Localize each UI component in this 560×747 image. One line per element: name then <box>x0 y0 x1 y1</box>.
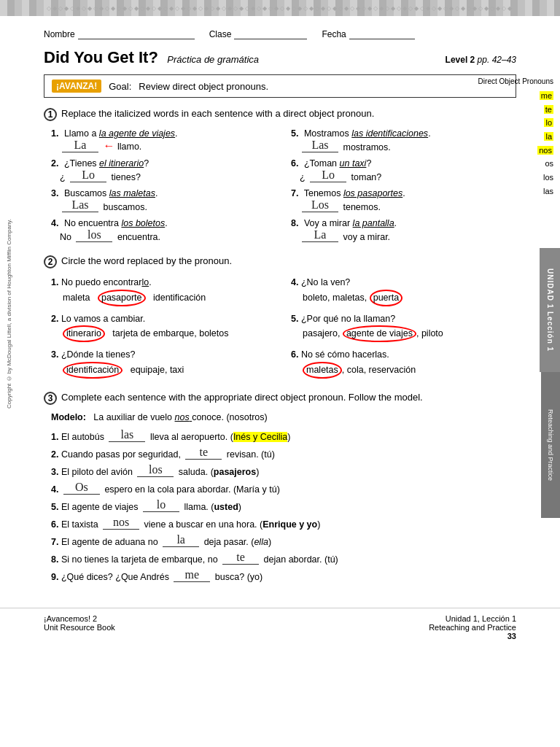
level-bold: Level 2 <box>446 55 475 65</box>
s1-4-answer: los <box>76 228 112 242</box>
section1-instruction: 1 Replace the italicized words in each s… <box>44 108 516 121</box>
s2-item-3: 3. ¿Dónde la tienes? identificación equi… <box>51 348 276 379</box>
s3-item-9: 9. ¿Qué dices? ¿Que Andrés me busca? (yo… <box>51 568 516 582</box>
s1-1-arrow: ← <box>103 139 114 152</box>
page: ◇◆◇◆◇◆◇◆◇◆◇◆◇◆◇◆◇◆◇◆◇◆◇◆◇◆◇◆◇◆◇◆◇◆◇◆◇◆◇◆… <box>0 0 560 747</box>
s2-3-circled: identificación <box>63 362 122 379</box>
top-border: ◇◆◇◆◇◆◇◆◇◆◇◆◇◆◇◆◇◆◇◆◇◆◇◆◇◆◇◆◇◆◇◆◇◆◇◆◇◆◇◆… <box>0 0 560 16</box>
unidad-tab: UNIDAD 1 Lección 1 <box>540 248 560 372</box>
s1-5-italic: las identificaciones <box>351 128 428 139</box>
s3-2-paren: tú <box>264 449 271 460</box>
modelo-answer: nos <box>175 412 192 422</box>
section3-instruction: 3 Complete each sentence with the approp… <box>44 392 516 405</box>
s3-2-answer: te <box>185 446 222 460</box>
s1-item-8: 8. Voy a mirar la pantalla. La voy a mir… <box>291 218 516 242</box>
s1-7-num: 7. <box>291 188 298 198</box>
fecha-field: Fecha <box>322 29 414 39</box>
s1-2-answer: Lo <box>70 169 106 182</box>
dop-lo: lo <box>478 116 553 130</box>
dop-header: Direct Object Pronouns me te lo la nos o… <box>478 75 553 198</box>
s1-8-italic: la pantalla <box>353 218 394 228</box>
s2-1-circled: pasaporte <box>98 290 146 306</box>
section2-circle: 2 <box>44 255 57 268</box>
s1-1-italic: la agente de viajes <box>99 128 175 139</box>
footer-section: Reteaching and Practice <box>429 623 516 632</box>
title-row: Did You Get It? Práctica de gramática Le… <box>44 48 516 67</box>
footer: ¡Avancemos! 2 Unit Resource Book Unidad … <box>0 608 560 646</box>
goal-label: Goal: <box>109 81 131 92</box>
dop-title: Direct Object Pronouns <box>478 75 553 88</box>
s2-2-circled: itinerario <box>63 325 105 342</box>
modelo-label: Modelo: <box>51 412 86 422</box>
s3-item-1: 1. El autobús las lleva al aeropuerto. (… <box>51 428 516 442</box>
s3-1-answer: las <box>109 428 145 442</box>
section2-grid: 1. No puedo encontrarlo. maleta pasaport… <box>51 276 516 384</box>
s3-8-answer: te <box>222 551 259 565</box>
s1-1-answer: La <box>62 139 98 152</box>
s3-9-answer: me <box>174 568 210 582</box>
s2-4-circled: puerta <box>370 290 402 306</box>
s3-7-paren: ella <box>254 537 268 547</box>
s3-item-7: 7. El agente de aduana no la deja pasar.… <box>51 533 516 547</box>
reteaching-tab-text: Reteaching and Practice <box>547 409 554 481</box>
footer-book-title: ¡Avancemos! 2 <box>44 614 115 623</box>
s1-5-num: 5. <box>291 128 298 139</box>
section2-instruction: 2 Circle the word replaced by the pronou… <box>44 255 516 268</box>
fecha-line <box>349 29 415 39</box>
page-content: Nombre Clase Fecha Did You Get It? Práct… <box>0 16 560 600</box>
s2-6-num: 6. <box>291 349 298 360</box>
section2-left: 1. No puedo encontrarlo. maleta pasaport… <box>51 276 276 384</box>
s3-7-answer: la <box>163 533 199 547</box>
s3-item-3: 3. El piloto del avión los saluda. (pasa… <box>51 463 516 477</box>
s1-3-num: 3. <box>51 188 58 198</box>
clase-line <box>234 29 307 39</box>
s3-item-5: 5. El agente de viajes lo llama. (usted) <box>51 498 516 512</box>
nombre-field: Nombre <box>44 29 195 39</box>
s1-item-1: 1. Llamo a la agente de viajes. La ← lla… <box>51 128 276 152</box>
s3-6-paren: Enrique y yo <box>262 519 317 530</box>
dop-la: la <box>478 130 553 144</box>
s3-item-8: 8. Si no tienes la tarjeta de embarque, … <box>51 551 516 565</box>
s2-5-num: 5. <box>291 314 298 324</box>
s1-6-answer: Lo <box>310 169 346 182</box>
s3-4-paren: María y tú <box>236 484 277 495</box>
modelo-line: Modelo: La auxiliar de vuelo nos conoce.… <box>51 412 516 422</box>
s3-3-paren: pasajeros <box>214 467 256 477</box>
s1-item-2: 2. ¿Tienes el itinerario? ¿ Lo tienes? <box>51 158 276 182</box>
level-text: Level 2 pp. 42–43 <box>446 55 516 65</box>
s1-item-3: 3. Buscamos las maletas. Las buscamos. <box>51 188 276 212</box>
copyright: Copyright © by McDougal Littell, a divis… <box>6 219 12 409</box>
footer-book-subtitle: Unit Resource Book <box>44 623 115 632</box>
s3-5-paren: usted <box>214 502 238 512</box>
s2-4-num: 4. <box>291 277 298 287</box>
s1-8-num: 8. <box>291 218 298 228</box>
s3-3-answer: los <box>137 463 174 477</box>
avanza-badge: ¡AVANZA! <box>52 80 101 93</box>
clase-field: Clase <box>209 29 308 39</box>
s1-3-italic: las maletas <box>109 188 155 198</box>
title-block: Did You Get It? Práctica de gramática <box>44 48 259 67</box>
section3-circle: 3 <box>44 392 57 405</box>
avanza-box: ¡AVANZA! Goal: Review direct object pron… <box>44 74 516 98</box>
s2-item-6: 6. No sé cómo hacerlas. maletas, cola, r… <box>291 348 516 379</box>
unidad-tab-text: UNIDAD 1 Lección 1 <box>546 268 554 352</box>
s2-item-5: 5. ¿Por qué no la llaman? pasajero, agen… <box>291 312 516 343</box>
footer-right: Unidad 1, Lección 1 Reteaching and Pract… <box>429 614 516 640</box>
dop-nos: nos <box>478 144 553 158</box>
s1-8-answer: La <box>302 228 338 242</box>
nombre-line <box>78 29 195 39</box>
s3-6-answer: nos <box>103 516 139 530</box>
s3-8-paren: tú <box>327 554 335 565</box>
level-pages: pp. 42–43 <box>478 55 516 65</box>
section1-circle: 1 <box>44 108 57 121</box>
dop-los: los <box>478 171 553 185</box>
s3-5-answer: lo <box>143 498 179 512</box>
s3-item-6: 6. El taxista nos viene a buscar en una … <box>51 516 516 530</box>
dop-las: las <box>478 185 553 198</box>
page-subtitle: Práctica de gramática <box>167 54 259 65</box>
s2-item-1: 1. No puedo encontrarlo. maleta pasaport… <box>51 276 276 306</box>
dop-me: me <box>478 89 553 103</box>
s2-1-num: 1. <box>51 277 58 287</box>
section3-items: 1. El autobús las lleva al aeropuerto. (… <box>44 428 516 582</box>
nombre-label: Nombre <box>44 29 75 39</box>
